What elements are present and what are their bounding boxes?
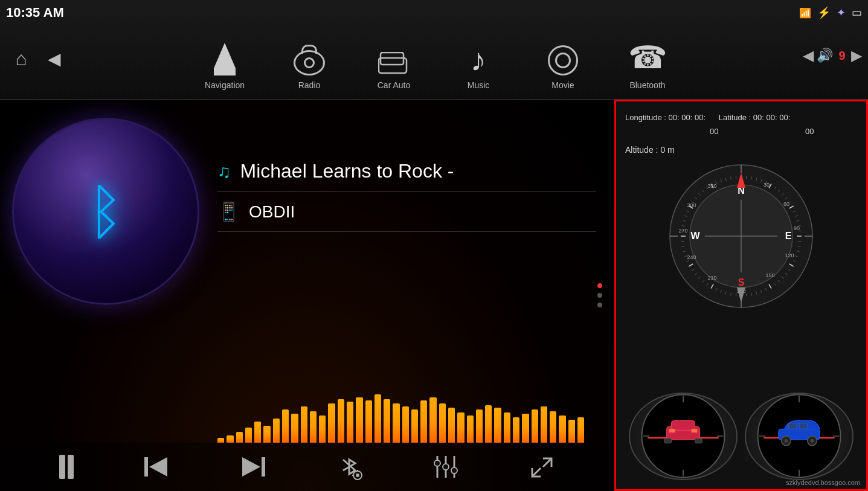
next-button[interactable] bbox=[240, 455, 266, 479]
scroll-dot-1 bbox=[597, 283, 602, 288]
eq-bar bbox=[319, 416, 326, 443]
eq-bar bbox=[393, 403, 399, 443]
eq-bar bbox=[291, 414, 298, 443]
equalizer bbox=[217, 346, 584, 443]
svg-rect-133 bbox=[695, 438, 702, 443]
eq-settings-button[interactable] bbox=[432, 454, 459, 480]
nav-item-movie[interactable]: Movie bbox=[521, 13, 605, 98]
eq-bar bbox=[541, 406, 547, 443]
gauge-left-svg bbox=[630, 393, 736, 480]
eq-bar bbox=[513, 417, 519, 443]
svg-rect-131 bbox=[671, 421, 695, 431]
bluetooth-status-icon: ✦ bbox=[837, 6, 846, 19]
eq-bar bbox=[485, 405, 492, 443]
volume-controls: ◀ 🔊 9 ▶ bbox=[803, 47, 868, 64]
svg-text:S: S bbox=[738, 277, 745, 287]
expand-button[interactable] bbox=[529, 454, 555, 480]
latitude-value: 00: 00: 00: bbox=[753, 113, 790, 122]
obdii-label: OBDII bbox=[249, 202, 295, 222]
eq-bar bbox=[356, 397, 362, 443]
main-content: ᛒ ♫ Michael Learns to Rock - 📱 OBDII bbox=[0, 100, 868, 491]
eq-bar bbox=[448, 408, 455, 443]
svg-point-23 bbox=[451, 467, 457, 473]
eq-bar bbox=[328, 403, 335, 443]
svg-text:30: 30 bbox=[764, 182, 770, 188]
prev-button[interactable] bbox=[143, 455, 170, 479]
eq-bar bbox=[439, 403, 446, 443]
nav-item-music[interactable]: ♪ Music bbox=[436, 13, 521, 98]
volume-icon: 🔊 bbox=[817, 48, 833, 63]
nav-item-radio[interactable]: Radio bbox=[267, 13, 352, 98]
svg-line-25 bbox=[532, 468, 541, 477]
carauto-icon bbox=[378, 53, 410, 75]
volume-number: 9 bbox=[836, 49, 848, 63]
eq-bar bbox=[457, 412, 464, 443]
gauge-left bbox=[629, 393, 738, 480]
svg-text:60: 60 bbox=[783, 201, 789, 207]
nav-label-radio: Radio bbox=[298, 80, 321, 90]
eq-bar bbox=[467, 416, 474, 443]
eq-bar bbox=[273, 419, 280, 443]
eq-bar bbox=[263, 426, 270, 443]
nav-label-carauto: Car Auto bbox=[378, 80, 410, 90]
movie-icon bbox=[548, 45, 578, 75]
svg-rect-148 bbox=[799, 423, 808, 429]
eq-bar bbox=[375, 394, 381, 443]
svg-rect-135 bbox=[692, 429, 698, 432]
eq-bar bbox=[550, 411, 556, 443]
nav-label-movie: Movie bbox=[551, 80, 574, 90]
eq-bar bbox=[338, 399, 344, 443]
longitude-label: Longtitude : bbox=[625, 113, 666, 122]
eq-bar bbox=[429, 397, 436, 443]
nav-item-carauto[interactable]: Car Auto bbox=[352, 13, 436, 98]
svg-text:90: 90 bbox=[794, 225, 800, 231]
home-button[interactable]: ⌂ bbox=[6, 43, 36, 74]
latitude-sub: 00 bbox=[721, 127, 814, 136]
music-note-icon: ♫ bbox=[217, 161, 231, 182]
status-icons: 📶 ⚡ ✦ ▭ bbox=[799, 6, 862, 19]
eq-bar bbox=[347, 402, 353, 443]
eq-bar bbox=[559, 416, 565, 443]
volume-up-button[interactable]: ▶ bbox=[851, 47, 862, 64]
eq-bar bbox=[227, 435, 233, 443]
player-controls bbox=[0, 443, 614, 491]
obdii-row[interactable]: 📱 OBDII bbox=[217, 192, 596, 232]
svg-point-146 bbox=[811, 439, 814, 443]
gps-coordinates: Longtitude : 00: 00: 00: Latitude : 00: … bbox=[625, 111, 857, 139]
usb-icon: ⚡ bbox=[817, 6, 831, 19]
eq-bar bbox=[504, 412, 510, 443]
bluetooth-disc: ᛒ bbox=[12, 118, 199, 305]
nav-item-bluetooth[interactable]: ☎ Bluetooth bbox=[605, 13, 690, 98]
player-panel: ᛒ ♫ Michael Learns to Rock - 📱 OBDII bbox=[0, 100, 614, 491]
volume-down-button[interactable]: ◀ bbox=[803, 47, 814, 64]
eq-bar bbox=[217, 438, 224, 443]
svg-text:210: 210 bbox=[707, 275, 716, 281]
bluetooth-settings-button[interactable] bbox=[336, 454, 362, 480]
svg-text:E: E bbox=[785, 231, 792, 241]
svg-rect-147 bbox=[788, 423, 797, 429]
eq-bar bbox=[522, 414, 529, 443]
svg-text:300: 300 bbox=[687, 202, 696, 208]
nav-item-navigation[interactable]: Navigation bbox=[182, 13, 267, 98]
pause-button[interactable] bbox=[59, 455, 74, 479]
compass-container: N S E W 0 30 60 90 120 150 180 210 240 2… bbox=[625, 164, 857, 309]
eq-bar bbox=[301, 406, 307, 443]
nav-label-music: Music bbox=[468, 80, 490, 90]
eq-bar bbox=[476, 409, 483, 443]
svg-text:240: 240 bbox=[687, 254, 696, 260]
obdii-icon: 📱 bbox=[217, 201, 240, 222]
eq-bar bbox=[236, 432, 243, 443]
svg-text:330: 330 bbox=[707, 183, 716, 189]
eq-bar bbox=[532, 409, 538, 443]
back-button[interactable]: ◀ bbox=[39, 43, 69, 74]
svg-point-22 bbox=[434, 460, 440, 466]
nav-left-buttons: ⌂ ◀ bbox=[0, 43, 69, 74]
eq-bar bbox=[411, 409, 418, 443]
svg-point-13 bbox=[356, 473, 359, 477]
svg-text:270: 270 bbox=[678, 228, 687, 234]
music-icon: ♪ bbox=[471, 44, 486, 75]
eq-bar bbox=[282, 409, 289, 443]
song-title: Michael Learns to Rock - bbox=[240, 160, 454, 182]
altitude-label: Altitude : bbox=[625, 145, 658, 155]
compass-svg: N S E W 0 30 60 90 120 150 180 210 240 2… bbox=[669, 164, 814, 309]
